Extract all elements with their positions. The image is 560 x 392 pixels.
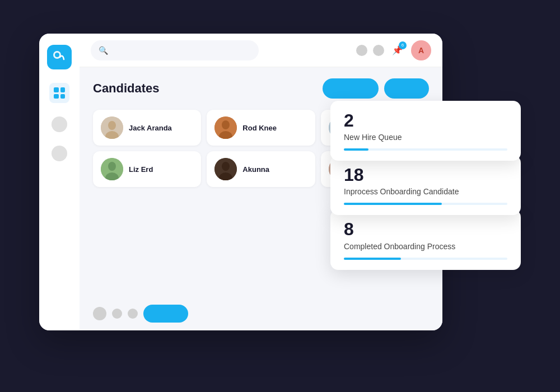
stat-card-completed: 8 Completed Onboarding Process [330, 209, 521, 269]
stat-bar-fill-inprocess [344, 203, 442, 205]
bottom-bar [80, 297, 442, 330]
candidate-name-jack: Jack Aranda [129, 124, 172, 132]
svg-point-3 [108, 121, 116, 130]
bottom-dot-2 [112, 309, 122, 319]
sidebar [39, 34, 80, 330]
stat-label-new-hire: New Hire Queue [344, 133, 507, 142]
pin-icon: 📌 6 [390, 43, 405, 58]
header-right: 📌 6 A [356, 40, 431, 60]
stat-bar-completed [344, 258, 507, 260]
search-icon: 🔍 [99, 46, 108, 55]
candidate-card-rod[interactable]: Rod Knee [207, 110, 315, 146]
candidate-name-rod: Rod Knee [242, 124, 277, 132]
sidebar-item-nav2[interactable] [52, 146, 67, 161]
bottom-dot-1 [93, 307, 106, 320]
user-avatar[interactable]: A [411, 40, 431, 60]
svg-point-1 [55, 53, 59, 57]
stat-number-new-hire: 2 [344, 111, 507, 130]
sidebar-item-dashboard[interactable] [49, 83, 69, 103]
stat-bar-new-hire [344, 148, 507, 151]
candidate-name-liz: Liz Erd [129, 165, 153, 174]
pagination-button[interactable] [143, 305, 188, 323]
svg-point-12 [108, 162, 116, 171]
page-title: Candidates [93, 81, 160, 96]
stat-card-new-hire: 2 New Hire Queue [330, 101, 521, 161]
secondary-action-button[interactable] [384, 78, 429, 99]
candidate-card-jack[interactable]: Jack Aranda [93, 110, 201, 146]
avatar-jack [101, 116, 123, 139]
notification-badge: 6 [399, 41, 407, 49]
avatar-rod [214, 116, 237, 139]
stat-label-inprocess: Inprocess Onboarding Candidate [344, 187, 507, 196]
stat-number-inprocess: 18 [344, 165, 507, 185]
stat-bar-inprocess [344, 203, 507, 205]
stat-label-completed: Completed Onboarding Process [344, 242, 507, 251]
grid-icon [54, 87, 65, 99]
sidebar-logo [47, 45, 72, 69]
header-dot-1 [356, 45, 367, 56]
stat-bar-fill-new-hire [344, 148, 368, 151]
search-bar[interactable]: 🔍 [91, 40, 259, 60]
primary-action-button[interactable] [323, 78, 379, 99]
stats-container: 2 New Hire Queue 18 Inprocess Onboarding… [330, 101, 521, 264]
candidate-card-akunna[interactable]: Akunna [207, 151, 315, 187]
header-dot-2 [373, 45, 384, 56]
header-buttons [323, 78, 429, 99]
header: 🔍 📌 6 A [80, 34, 442, 67]
avatar-akunna [214, 158, 237, 180]
sidebar-item-nav1[interactable] [52, 116, 67, 132]
avatar-liz [101, 158, 123, 180]
stat-number-completed: 8 [344, 220, 507, 239]
svg-point-15 [222, 162, 230, 171]
candidate-card-liz[interactable]: Liz Erd [93, 151, 201, 187]
candidates-header: Candidates [93, 78, 429, 99]
svg-point-6 [222, 120, 230, 129]
candidate-name-akunna: Akunna [242, 165, 269, 174]
stat-bar-fill-completed [344, 258, 401, 260]
bottom-dot-3 [128, 309, 138, 319]
stat-card-inprocess: 18 Inprocess Onboarding Candidate [330, 155, 521, 215]
